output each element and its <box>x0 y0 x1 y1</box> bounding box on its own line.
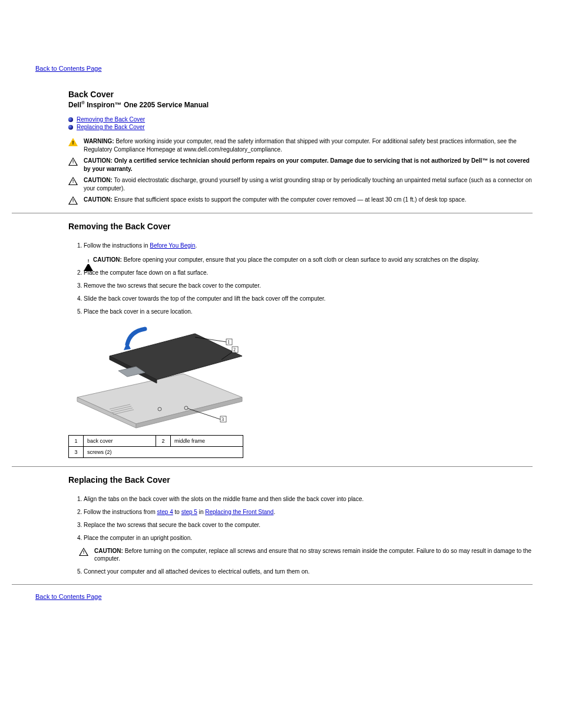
callout-label-2: middle frame <box>171 435 243 446</box>
divider <box>12 213 533 213</box>
back-to-contents-top[interactable]: Back to Contents Page <box>35 65 533 72</box>
removing-step-4: Slide the back cover towards the top of … <box>84 295 533 303</box>
svg-point-21 <box>184 406 188 410</box>
step1-prefix: Follow the instructions in <box>84 242 150 249</box>
subtitle-rest: Inspiron™ One 2205 Service Manual <box>85 101 209 109</box>
bullet-icon <box>68 117 73 122</box>
before-you-begin-link[interactable]: Before You Begin <box>150 242 195 249</box>
subtitle-brand: Dell <box>68 101 81 109</box>
step4-link[interactable]: step 4 <box>157 509 173 515</box>
divider <box>12 584 533 585</box>
step2-end: . <box>273 509 275 515</box>
replacing-caution-text: Before turning on the computer, replace … <box>94 548 531 562</box>
back-cover-diagram: 1 2 3 <box>68 321 251 433</box>
callout-label-3: screws (2) <box>84 446 243 457</box>
svg-text:2: 2 <box>233 347 236 353</box>
caution1-label: CAUTION: <box>84 157 113 164</box>
step1-suffix: . <box>196 242 197 249</box>
warning-label: WARNING: <box>84 138 114 144</box>
warning-icon <box>68 138 78 146</box>
svg-text:3: 3 <box>222 417 224 422</box>
caution1-notice: CAUTION: Only a certified service techni… <box>84 157 533 173</box>
removing-heading: Removing the Back Cover <box>68 222 533 231</box>
replacing-step-4: Place the computer in an upright positio… <box>84 534 533 542</box>
caution3-text: Ensure that sufficient space exists to s… <box>113 196 467 203</box>
replacing-step-3: Replace the two screws that secure the b… <box>84 521 533 529</box>
svg-text:1: 1 <box>227 340 230 345</box>
caution2-label: CAUTION: <box>84 177 113 183</box>
step5-link[interactable]: step 5 <box>181 509 197 515</box>
svg-marker-0 <box>77 374 242 424</box>
caution-icon <box>68 196 78 205</box>
step2-linked-suffix: in <box>197 509 205 515</box>
caution-icon <box>79 548 88 556</box>
removing-step-3: Remove the two screws that secure the ba… <box>84 282 533 290</box>
removing-step-5: Place the back cover in a secure locatio… <box>84 308 533 316</box>
replacing-step-2: Follow the instructions from step 4 to s… <box>84 508 533 516</box>
svg-marker-10 <box>124 342 131 350</box>
caution3-label: CAUTION: <box>84 196 113 203</box>
step2-mid: to <box>173 509 181 515</box>
svg-point-20 <box>158 407 161 411</box>
warning-text: Before working inside your computer, rea… <box>84 138 517 153</box>
caution1-text: Only a certified service technician shou… <box>84 157 530 172</box>
bullet-icon <box>68 125 73 130</box>
replacing-step-1: Align the tabs on the back cover with th… <box>84 495 533 503</box>
toc-replacing-link[interactable]: Replacing the Back Cover <box>77 124 145 130</box>
caution2-notice: CAUTION: To avoid electrostatic discharg… <box>84 176 533 192</box>
step-caution-label: CAUTION: <box>93 256 122 263</box>
replacing-heading: Replacing the Back Cover <box>68 475 533 485</box>
caution-icon <box>68 177 78 185</box>
callout-num-3: 3 <box>69 446 84 457</box>
callout-label-1: back cover <box>84 435 156 446</box>
caution3-notice: CAUTION: Ensure that sufficient space ex… <box>84 196 533 204</box>
page-title: Back Cover <box>68 90 533 99</box>
step2-linked-prefix: Follow the instructions from <box>84 509 157 515</box>
replacing-caution: CAUTION: Before turning on the computer,… <box>94 547 533 563</box>
caution2-text: To avoid electrostatic discharge, ground… <box>84 177 532 192</box>
caution-icon <box>68 157 78 166</box>
replacing-front-stand-link[interactable]: Replacing the Front Stand <box>205 509 273 515</box>
callout-num-2: 2 <box>156 435 171 446</box>
callouts-table: 1 back cover 2 middle frame 3 screws (2) <box>68 435 243 458</box>
toc-removing-link[interactable]: Removing the Back Cover <box>77 116 145 123</box>
removing-step-2: Place the computer face down on a flat s… <box>84 269 533 277</box>
replacing-caution-label: CAUTION: <box>94 548 123 554</box>
replacing-step-5: Connect your computer and all attached d… <box>84 568 533 576</box>
removing-step-1: Follow the instructions in Before You Be… <box>84 242 533 264</box>
step-caution-text: Before opening your computer, ensure tha… <box>122 256 480 263</box>
back-to-contents-bottom[interactable]: Back to Contents Page <box>35 593 102 600</box>
warning-notice: WARNING: Before working inside your comp… <box>84 137 533 153</box>
doc-subtitle: Dell® Inspiron™ One 2205 Service Manual <box>68 100 533 109</box>
divider <box>12 466 533 467</box>
callout-num-1: 1 <box>69 435 84 446</box>
caution-icon <box>84 256 93 271</box>
